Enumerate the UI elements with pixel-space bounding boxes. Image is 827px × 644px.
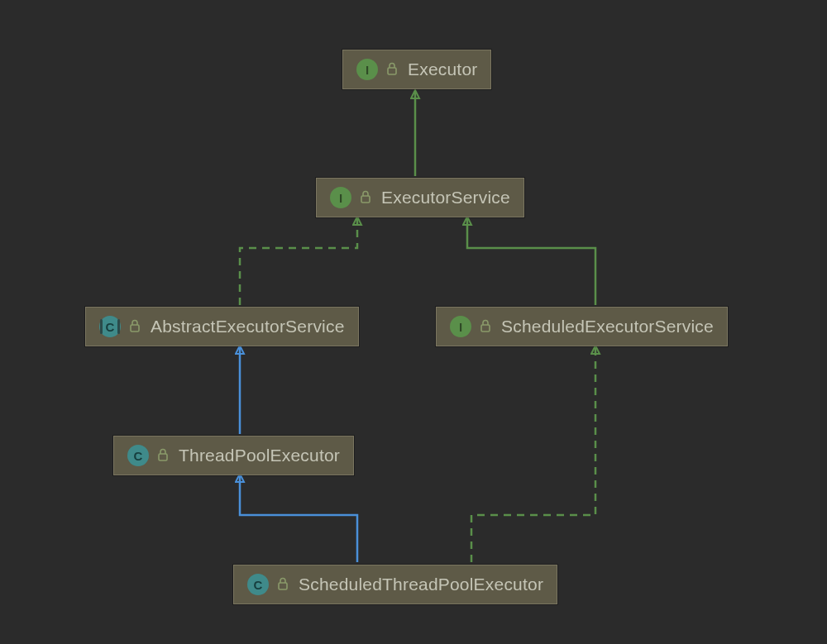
svg-rect-1 — [361, 196, 370, 203]
lock-icon — [277, 577, 289, 592]
node-abstract-executor-service[interactable]: C AbstractExecutorService — [85, 307, 359, 346]
edge-stpe-to-scheduled-service — [471, 346, 595, 562]
edge-scheduled-service-to-executorservice — [467, 217, 595, 305]
svg-rect-4 — [159, 454, 167, 460]
node-scheduled-thread-pool-executor[interactable]: C ScheduledThreadPoolExecutor — [233, 565, 557, 604]
lock-icon — [360, 190, 371, 205]
node-label: ExecutorService — [381, 188, 510, 208]
node-executor[interactable]: I Executor — [342, 50, 491, 89]
svg-rect-2 — [131, 325, 139, 332]
node-label: ScheduledThreadPoolExecutor — [299, 575, 543, 594]
node-thread-pool-executor[interactable]: C ThreadPoolExecutor — [113, 436, 354, 475]
node-label: AbstractExecutorService — [151, 317, 345, 336]
abstract-class-icon: C — [99, 316, 121, 337]
lock-icon — [129, 319, 141, 334]
svg-rect-5 — [279, 583, 287, 589]
node-label: ThreadPoolExecutor — [179, 446, 340, 465]
class-icon: C — [247, 574, 269, 595]
node-label: Executor — [408, 60, 477, 79]
lock-icon — [386, 62, 398, 77]
svg-rect-3 — [481, 325, 490, 332]
interface-icon: I — [356, 59, 378, 80]
lock-icon — [157, 448, 169, 463]
interface-icon: I — [330, 187, 351, 208]
node-label: ScheduledExecutorService — [501, 317, 714, 336]
node-scheduled-executor-service[interactable]: I ScheduledExecutorService — [436, 307, 728, 346]
edge-stpe-to-tpe — [240, 475, 357, 562]
node-executor-service[interactable]: I ExecutorService — [316, 178, 524, 217]
interface-icon: I — [450, 316, 471, 337]
svg-rect-0 — [388, 68, 396, 74]
lock-icon — [480, 319, 491, 334]
edge-abstract-to-executorservice — [240, 217, 357, 305]
class-icon: C — [127, 445, 149, 466]
